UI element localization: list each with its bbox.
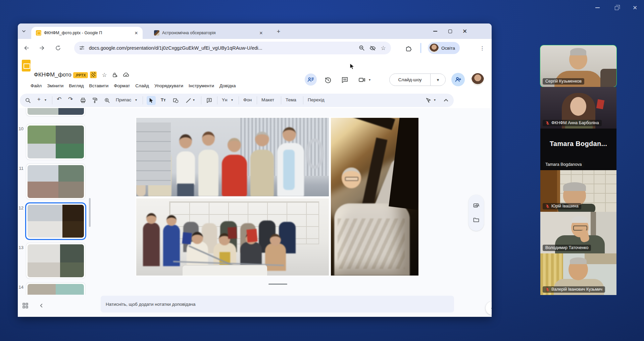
slide-canvas[interactable] [136,117,419,276]
menu-item[interactable]: Змінити [44,82,66,89]
slide-thumbnail-13[interactable] [26,243,85,279]
participant-tile[interactable]: Юрій Івашина [540,170,616,212]
new-slide-dropdown-icon[interactable]: ▾ [45,98,46,102]
slide-thumbnail-11[interactable] [26,164,85,199]
reload-icon[interactable] [54,44,62,52]
slide-number: 12 [18,205,23,210]
collapse-toolbar-icon[interactable] [442,96,450,104]
undo-icon[interactable]: ↶ [57,96,61,103]
print-icon[interactable] [79,96,87,104]
search-menus-icon[interactable] [24,96,32,104]
laser-dropdown-icon[interactable]: ▾ [434,98,436,102]
meeting-restore-button[interactable] [611,3,621,12]
slide-thumbnail-12[interactable] [26,203,85,239]
laser-pointer-icon[interactable] [425,96,433,104]
slide-photo-telescope-work[interactable] [331,118,418,276]
slide-thumbnail-10[interactable] [26,124,85,160]
joined-presenting-icon[interactable] [305,74,317,86]
menu-item[interactable]: Файл [28,82,44,89]
zoom-select-dropdown-icon[interactable]: ▾ [231,98,233,102]
participant-tile[interactable]: Валерій Іванович Кузьмич [540,253,616,295]
menu-item[interactable]: Вигляд [66,82,86,89]
browser-menu-kebab-icon[interactable]: ⋮ [478,44,486,52]
menu-item[interactable]: Довідка [217,82,239,89]
camera-dropdown-icon[interactable]: ▾ [369,78,370,82]
back-icon[interactable] [22,44,31,52]
share-button[interactable] [451,73,465,86]
redo-icon[interactable]: ↷ [68,96,73,103]
document-title[interactable]: ФКНФМ_фото [34,71,71,78]
slideshow-button[interactable]: Слайд-шоу [390,74,431,86]
speaker-notes-input[interactable]: Натисніть, щоб додати нотатки доповідача [101,296,454,312]
bottom-bar: Натисніть, щоб додати нотатки доповідача [18,295,492,317]
zoom-in-icon[interactable] [103,96,111,104]
account-avatar[interactable] [472,73,484,86]
profile-chip[interactable]: Освіта [428,42,460,54]
text-box-tool[interactable]: Тт [161,97,166,102]
participant-tile[interactable]: Володимир Таточенко [540,212,616,253]
background-button[interactable]: Фон [243,97,252,102]
participant-tile[interactable]: Сергій Кузьменков [540,45,616,87]
folder-icon[interactable] [473,216,480,223]
fit-zoom-dropdown-icon[interactable]: ▾ [135,98,137,102]
forward-icon[interactable] [38,44,46,52]
zoom-select-label[interactable]: Yн [222,97,227,102]
mic-muted-icon [545,204,550,208]
new-slide-icon[interactable]: + [37,96,41,103]
line-tool-icon[interactable] [184,96,192,104]
browser-maximize-button[interactable] [443,26,457,36]
tab-close-icon[interactable]: ✕ [258,30,264,36]
slide-photo-observatory-group[interactable] [136,118,329,196]
paint-format-icon[interactable] [91,96,99,104]
slides-logo[interactable] [22,60,31,71]
menu-item[interactable]: Упорядкувати [152,82,186,89]
browser-close-button[interactable]: ✕ [457,26,472,36]
menu-item[interactable]: Вставити [87,82,111,89]
star-document-icon[interactable]: ☆ [101,71,108,79]
select-tool-button[interactable] [147,96,156,105]
browser-minimize-button[interactable] [428,26,443,36]
slideshow-dropdown-icon[interactable]: ▼ [431,74,445,86]
menu-item[interactable]: Слайд [133,82,152,89]
office-mode-icon[interactable] [90,71,97,78]
privacy-eye-off-icon[interactable] [369,44,376,52]
bookmark-star-icon[interactable]: ☆ [380,44,387,52]
theme-button[interactable]: Тема [286,97,296,102]
meeting-close-button[interactable]: ✕ [630,3,640,12]
menu-item[interactable]: Інструменти [186,82,217,89]
slide-thumbnail-14[interactable] [26,283,85,295]
address-bar[interactable]: docs.google.com/presentation/d/1j0zCxggz… [74,42,391,54]
transition-button[interactable]: Перехід [308,97,325,102]
fit-zoom-label[interactable]: Припас [116,97,131,102]
participant-name-label: ФКНФМ Анна Барболіна [543,120,602,126]
version-history-icon[interactable] [324,76,332,84]
menu-item[interactable]: Формат [111,82,133,89]
notes-drag-handle[interactable] [268,284,287,285]
meeting-minimize-button[interactable] [592,3,602,12]
tab-presentation[interactable]: ФКНФМ_фото.pptx - Google П ✕ [31,27,143,39]
move-lock-icon[interactable] [111,71,118,79]
tab-search-chevron-icon[interactable] [20,28,27,35]
new-tab-button[interactable]: + [275,28,282,35]
site-settings-icon[interactable] [78,44,86,52]
shape-tool-icon[interactable] [171,96,180,104]
insert-comment-icon[interactable] [205,96,213,104]
slide-thumbnail-partial[interactable] [26,108,85,116]
cloud-saved-icon[interactable] [122,71,130,79]
image-search-icon[interactable] [473,202,480,209]
tab-observatory[interactable]: Астрономічна обсерваторія ✕ [149,28,267,38]
meet-camera-icon[interactable] [358,76,366,84]
participant-tile[interactable]: Tamara Bogdan...Tamara Bogdanova [540,129,616,170]
slide-photo-lab-group[interactable] [136,198,329,276]
filmstrip-scrollbar[interactable] [89,198,91,227]
extensions-icon[interactable] [404,44,413,52]
collapse-panel-icon[interactable] [486,301,492,315]
tab-close-icon[interactable]: ✕ [133,30,139,36]
layout-button[interactable]: Макет [261,97,274,102]
collapse-filmstrip-icon[interactable] [38,302,45,309]
comments-icon[interactable] [341,76,349,84]
line-tool-dropdown-icon[interactable]: ▾ [193,98,195,102]
zoom-out-icon[interactable] [358,44,365,52]
grid-view-icon[interactable] [22,302,29,309]
participant-tile[interactable]: ФКНФМ Анна Барболіна [540,87,616,129]
